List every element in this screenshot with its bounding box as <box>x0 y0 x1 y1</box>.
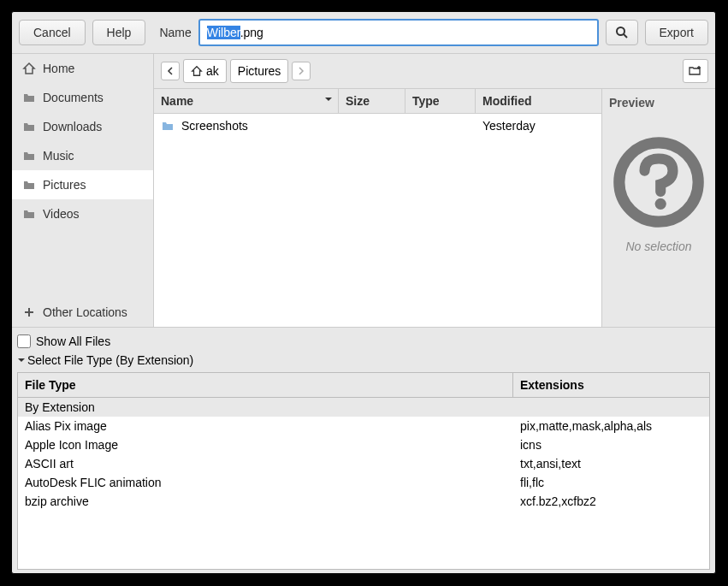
chevron-right-icon <box>298 67 305 75</box>
sidebar-item-videos[interactable]: Videos <box>12 199 153 228</box>
svg-point-3 <box>655 198 666 210</box>
home-icon <box>22 62 36 75</box>
sidebar-item-label: Pictures <box>43 178 86 192</box>
home-icon <box>191 65 203 77</box>
column-modified[interactable]: Modified <box>476 89 601 113</box>
svg-point-0 <box>617 27 624 35</box>
type-cell-extensions <box>513 398 709 417</box>
question-icon <box>612 135 706 229</box>
plus-icon <box>22 305 36 319</box>
type-row[interactable]: Alias Pix imagepix,matte,mask,alpha,als <box>18 417 709 435</box>
type-cell-extensions: icns <box>513 435 709 454</box>
sidebar-item-label: Home <box>43 62 74 75</box>
sidebar-item-label: Music <box>43 149 74 163</box>
path-forward-button[interactable] <box>292 62 311 80</box>
no-selection-label: No selection <box>625 240 691 253</box>
select-file-type-expander[interactable]: Select File Type (By Extension) <box>17 352 710 369</box>
sidebar-item-music[interactable]: Music <box>12 141 153 170</box>
type-column-extensions[interactable]: Extensions <box>513 373 709 397</box>
type-row[interactable]: Apple Icon Imageicns <box>18 435 709 454</box>
file-row[interactable]: Screenshots Yesterday <box>154 114 601 138</box>
sidebar-item-pictures[interactable]: Pictures <box>12 170 153 199</box>
sidebar-item-label: Videos <box>43 207 80 221</box>
file-type-table: File Type Extensions By ExtensionAlias P… <box>17 372 710 570</box>
type-row[interactable]: AutoDesk FLIC animationfli,flc <box>18 473 709 492</box>
chevron-left-icon <box>167 67 174 75</box>
type-column-filetype[interactable]: File Type <box>18 373 513 397</box>
type-cell-filetype: Apple Icon Image <box>18 435 513 454</box>
type-cell-extensions: fli,flc <box>513 473 709 492</box>
sort-desc-icon <box>324 97 333 102</box>
sidebar-item-downloads[interactable]: Downloads <box>12 112 153 141</box>
type-row[interactable]: bzip archivexcf.bz2,xcfbz2 <box>18 492 709 511</box>
cancel-button[interactable]: Cancel <box>19 20 86 45</box>
preview-label: Preview <box>609 96 654 110</box>
bottom-panel: Show All Files Select File Type (By Exte… <box>12 328 715 573</box>
column-size[interactable]: Size <box>339 89 405 113</box>
column-type[interactable]: Type <box>405 89 476 113</box>
path-segment-pictures[interactable]: Pictures <box>230 59 289 83</box>
column-headers: Name Size Type Modified <box>154 89 601 114</box>
help-button[interactable]: Help <box>92 20 146 45</box>
folder-icon <box>22 91 36 104</box>
type-row[interactable]: ASCII arttxt,ansi,text <box>18 454 709 473</box>
type-cell-filetype: By Extension <box>18 398 513 417</box>
file-modified: Yesterday <box>482 119 595 133</box>
type-cell-extensions: xcf.bz2,xcfbz2 <box>513 492 709 511</box>
file-list: Screenshots Yesterday <box>154 114 601 327</box>
type-cell-filetype: Alias Pix image <box>18 417 513 435</box>
toolbar: Cancel Help Name Wilber.png Export <box>12 12 715 54</box>
path-segment-home[interactable]: ak <box>183 59 227 83</box>
filename-input[interactable]: Wilber.png <box>198 19 599 46</box>
sidebar-item-documents[interactable]: Documents <box>12 83 153 112</box>
sidebar: Home Documents Downloads Music Pictures … <box>12 54 154 327</box>
new-folder-icon <box>689 64 702 78</box>
type-row[interactable]: By Extension <box>18 398 709 417</box>
type-cell-extensions: txt,ansi,text <box>513 454 709 473</box>
sidebar-item-other-locations[interactable]: Other Locations <box>12 298 153 327</box>
column-name[interactable]: Name <box>154 89 339 113</box>
show-all-checkbox-input[interactable] <box>17 334 31 348</box>
new-folder-button[interactable] <box>683 59 708 83</box>
type-cell-extensions: pix,matte,mask,alpha,als <box>513 417 709 435</box>
search-icon <box>615 26 629 39</box>
path-bar: ak Pictures <box>154 54 715 88</box>
folder-icon <box>22 120 36 133</box>
sidebar-item-home[interactable]: Home <box>12 54 153 83</box>
type-cell-filetype: bzip archive <box>18 492 513 511</box>
file-name: Screenshots <box>181 119 248 133</box>
type-cell-filetype: ASCII art <box>18 454 513 473</box>
folder-icon <box>22 178 36 192</box>
sidebar-item-label: Downloads <box>43 120 102 133</box>
chevron-down-icon <box>17 357 26 364</box>
folder-icon <box>161 119 175 133</box>
folder-icon <box>22 149 36 163</box>
path-back-button[interactable] <box>161 62 180 80</box>
sidebar-item-label: Documents <box>43 91 104 104</box>
folder-icon <box>22 207 36 221</box>
name-label: Name <box>159 26 191 39</box>
preview-panel: Preview No selection <box>601 88 715 327</box>
svg-line-1 <box>624 34 627 38</box>
show-all-files-checkbox[interactable]: Show All Files <box>17 331 710 352</box>
type-cell-filetype: AutoDesk FLIC animation <box>18 473 513 492</box>
search-button[interactable] <box>606 20 638 45</box>
sidebar-item-label: Other Locations <box>43 305 127 319</box>
export-button[interactable]: Export <box>645 20 708 45</box>
